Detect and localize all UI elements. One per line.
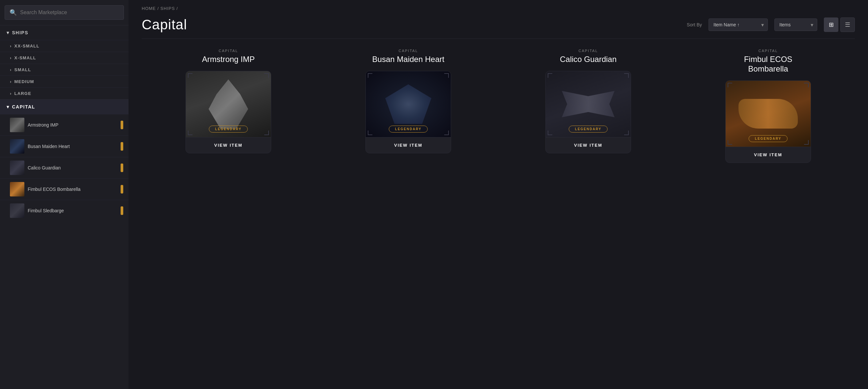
ships-chevron-icon: ▾ [7,30,9,35]
breadcrumb-sep2: / [177,6,178,11]
sidebar-item-fimbul-sled[interactable]: Fimbul Sledbarge [0,200,128,221]
corner-tl [368,73,372,78]
small-chevron-icon: › [10,67,12,72]
busan-image: LEGENDARY [366,71,451,137]
armstrong-rarity-badge: LEGENDARY [209,126,248,132]
item-card-fimbul[interactable]: CAPITAL Fimbul ECOSBombarella LEGENDARY … [678,49,858,170]
fimbul-category: CAPITAL [758,49,778,53]
small-label: SMALL [14,67,31,72]
sidebar-item-capital[interactable]: ▾ CAPITAL [0,99,128,114]
armstrong-thumbnail [10,118,24,132]
sidebar-item-armstrong[interactable]: Armstrong IMP [0,114,128,136]
busan-name: Busan Maiden Heart [28,144,117,149]
corner-tr [264,73,269,78]
busan-badge [121,142,123,151]
sidebar: 🔍 ▾ SHIPS › XX-SMALL › X-SMALL › SMALL ›… [0,0,128,389]
corner-tr [804,83,809,87]
corner-tr [444,73,449,78]
fimbul-sled-name: Fimbul Sledbarge [28,208,117,213]
calico-name: Calico Guardian [28,165,117,171]
corner-bl [548,130,552,135]
sidebar-item-fimbul-ecos[interactable]: Fimbul ECOS Bombarella [0,178,128,200]
corner-bl [368,130,372,135]
armstrong-card: LEGENDARY VIEW ITEM [186,71,271,153]
corner-br [264,130,269,135]
view-toggles: ⊞ ☰ [824,18,855,32]
filter-dropdown[interactable]: Items All Ships [774,19,817,31]
calico-thumbnail [10,160,24,175]
busan-view-button[interactable]: VIEW ITEM [366,137,451,153]
xx-small-chevron-icon: › [10,43,12,49]
fimbul-sled-thumbnail [10,203,24,218]
sidebar-item-medium[interactable]: › MEDIUM [0,76,128,87]
large-label: LARGE [14,91,32,96]
busan-rarity-badge: LEGENDARY [389,126,428,132]
fimbul-ecos-name: Fimbul ECOS Bombarella [28,187,117,192]
calico-category: CAPITAL [578,49,598,53]
armstrong-name: Armstrong IMP [28,122,117,127]
sidebar-item-x-small[interactable]: › X-SMALL [0,52,128,64]
calico-card: LEGENDARY VIEW ITEM [546,71,631,153]
item-card-armstrong[interactable]: CAPITAL Armstrong IMP LEGENDARY VIEW ITE… [138,49,318,170]
breadcrumb: HOME / SHIPS / [128,0,868,13]
main-content: HOME / SHIPS / Capital Sort By Item Name… [128,0,868,389]
fimbul-rarity-badge: LEGENDARY [749,135,787,142]
search-bar[interactable]: 🔍 [5,5,124,20]
page-title: Capital [142,17,680,33]
corner-br [804,140,809,145]
armstrong-category: CAPITAL [218,49,238,53]
item-card-busan[interactable]: CAPITAL Busan Maiden Heart LEGENDARY VIE… [318,49,498,170]
busan-card: LEGENDARY VIEW ITEM [366,71,451,153]
fimbul-ecos-thumbnail [10,182,24,197]
sidebar-item-large[interactable]: › LARGE [0,87,128,99]
capital-label: CAPITAL [12,104,35,110]
breadcrumb-sep1: / [157,6,160,11]
sidebar-item-xx-small[interactable]: › XX-SMALL [0,40,128,52]
page-header: Capital Sort By Item Name ↑ Item Name ↓ … [128,13,868,38]
fimbul-card: LEGENDARY VIEW ITEM [725,81,811,163]
armstrong-badge [121,121,123,129]
armstrong-view-button[interactable]: VIEW ITEM [186,137,271,153]
calico-title: Calico Guardian [560,55,617,64]
ships-nav-header[interactable]: ▾ SHIPS [0,25,128,40]
busan-thumbnail [10,139,24,154]
ships-label: SHIPS [12,30,29,35]
corner-tr [624,73,629,78]
ships-nav-section: ▾ SHIPS › XX-SMALL › X-SMALL › SMALL › M… [0,25,128,224]
item-card-calico[interactable]: CAPITAL Calico Guardian LEGENDARY VIEW I… [498,49,678,170]
corner-tl [188,73,192,78]
xx-small-label: XX-SMALL [14,43,39,49]
corner-bl [727,140,732,145]
sidebar-item-busan[interactable]: Busan Maiden Heart [0,136,128,157]
medium-label: MEDIUM [14,79,34,84]
sidebar-item-calico[interactable]: Calico Guardian [0,157,128,178]
items-grid: CAPITAL Armstrong IMP LEGENDARY VIEW ITE… [128,39,868,170]
capital-chevron-icon: ▾ [7,104,9,110]
list-view-button[interactable]: ☰ [840,18,855,32]
fimbul-title: Fimbul ECOSBombarella [744,55,793,74]
busan-title: Busan Maiden Heart [372,55,444,64]
list-view-icon: ☰ [845,21,850,28]
breadcrumb-home[interactable]: HOME [142,6,156,11]
calico-image: LEGENDARY [546,71,631,137]
grid-view-icon: ⊞ [829,21,834,28]
sort-by-dropdown[interactable]: Item Name ↑ Item Name ↓ Price ↑ Price ↓ [709,19,768,31]
large-chevron-icon: › [10,91,12,96]
search-input[interactable] [20,9,119,16]
sort-by-label: Sort By [687,22,702,27]
fimbul-view-button[interactable]: VIEW ITEM [726,147,811,162]
fimbul-image: LEGENDARY [726,81,811,147]
corner-tl [548,73,552,78]
grid-view-button[interactable]: ⊞ [824,18,838,32]
x-small-chevron-icon: › [10,55,12,60]
busan-category: CAPITAL [398,49,418,53]
sidebar-item-small[interactable]: › SMALL [0,64,128,76]
calico-view-button[interactable]: VIEW ITEM [546,137,631,153]
calico-badge [121,163,123,172]
medium-chevron-icon: › [10,79,12,84]
fimbul-ecos-badge [121,185,123,193]
breadcrumb-ships[interactable]: SHIPS [160,6,175,11]
corner-br [624,130,629,135]
armstrong-title: Armstrong IMP [202,55,255,64]
corner-tl [727,83,732,87]
